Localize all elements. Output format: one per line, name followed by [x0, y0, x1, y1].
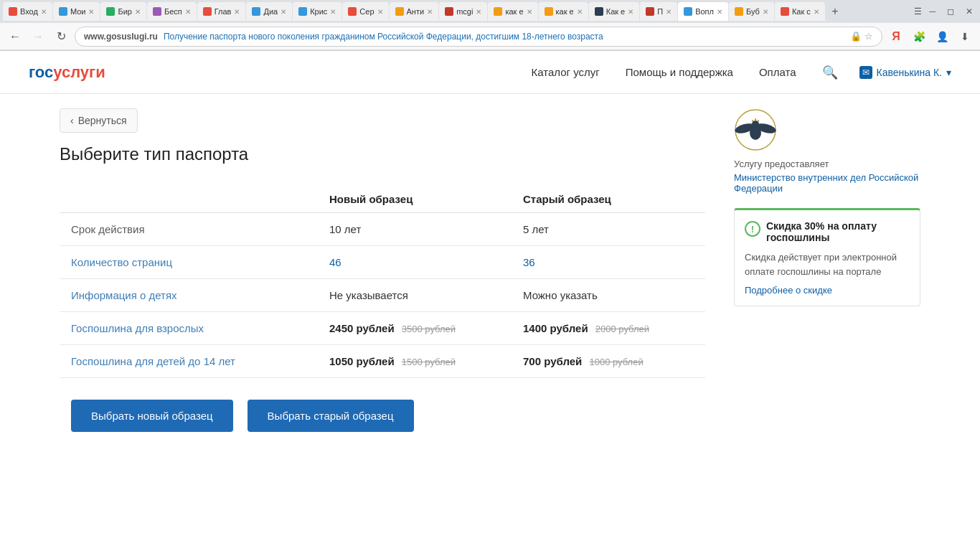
page-wrapper: госуслуги Каталог услуг Помощь и поддерж… [0, 51, 980, 551]
tab-close-14[interactable]: ✕ [717, 8, 722, 16]
tab-12[interactable]: Как е ✕ [589, 2, 640, 21]
toolbar-right: Я 🧩 👤 ⬇ [887, 27, 974, 46]
nav-payment[interactable]: Оплата [759, 66, 796, 78]
tab-16[interactable]: Как с ✕ [775, 2, 825, 21]
svg-rect-7 [758, 120, 759, 122]
tab-close-0[interactable]: ✕ [41, 8, 47, 16]
tab-close-7[interactable]: ✕ [377, 8, 383, 16]
table-row: Количество страниц 46 36 [60, 246, 705, 279]
address-bar[interactable]: www.gosuslugi.ru Получение паспорта ново… [75, 27, 882, 47]
tab-label-5: Диа [263, 7, 278, 16]
tab-label-16: Как с [792, 7, 811, 16]
tab-close-13[interactable]: ✕ [666, 8, 672, 16]
back-nav-button[interactable]: ← [6, 27, 24, 46]
tab-15[interactable]: Буб ✕ [729, 2, 774, 21]
tab-1[interactable]: Мои ✕ [53, 2, 100, 21]
row-label-pages: Количество страниц [60, 246, 318, 279]
tab-close-1[interactable]: ✕ [88, 8, 94, 16]
tab-10[interactable]: как е ✕ [488, 2, 537, 21]
tab-close-10[interactable]: ✕ [527, 8, 532, 16]
nav-help[interactable]: Помощь и поддержка [626, 66, 733, 78]
row-old-fee-adults: 1400 рублей 2000 рублей [512, 312, 705, 345]
reload-button[interactable]: ↻ [52, 27, 70, 46]
row-new-fee-adults: 2450 рублей 3500 рублей [318, 312, 512, 345]
discount-text: Скидка действует при электронной оплате … [745, 250, 910, 278]
old-price-adults-old: 2000 рублей [595, 324, 649, 334]
tab-close-5[interactable]: ✕ [281, 8, 286, 16]
tab-favicon-8 [395, 7, 404, 16]
tab-favicon-15 [735, 7, 743, 16]
tab-3[interactable]: Бесп ✕ [147, 2, 197, 21]
tab-favicon-4 [203, 7, 212, 16]
sidebar-org-link[interactable]: Министерство внутренних дел Российской Ф… [734, 172, 920, 194]
tab-favicon-14 [684, 7, 692, 16]
col-empty [60, 186, 318, 213]
tab-8[interactable]: Анти ✕ [390, 2, 439, 21]
tab-close-6[interactable]: ✕ [330, 8, 336, 16]
tab-13[interactable]: П ✕ [640, 2, 677, 21]
tab-14[interactable]: Вопл ✕ [678, 2, 728, 21]
forward-nav-button[interactable]: → [29, 27, 47, 46]
row-label-fee-adults: Госпошлина для взрослых [60, 312, 318, 345]
restore-button[interactable]: ◻ [943, 6, 958, 17]
discount-title: Скидка 30% на оплату госпошлины [766, 220, 910, 243]
tab-6[interactable]: Крис ✕ [293, 2, 341, 21]
back-arrow-icon: ‹ [70, 115, 74, 126]
discount-info-icon: ! [745, 221, 760, 237]
tab-9[interactable]: mcgi ✕ [439, 2, 487, 21]
select-new-button[interactable]: Выбрать новый образец [71, 400, 233, 432]
logo-uslugi: услуги [53, 63, 105, 81]
mvd-emblem-icon [734, 108, 777, 151]
back-button[interactable]: ‹ Вернуться [60, 108, 138, 133]
tab-0[interactable]: Вход ✕ [3, 2, 52, 21]
new-tab-button[interactable]: + [826, 2, 844, 21]
tab-label-14: Вопл [695, 7, 714, 16]
tab-label-15: Буб [746, 7, 760, 16]
tab-close-16[interactable]: ✕ [814, 8, 819, 16]
tab-favicon-6 [298, 7, 307, 16]
tab-close-11[interactable]: ✕ [577, 8, 583, 16]
header-user[interactable]: ✉ Кавенькина К. ▾ [859, 66, 951, 79]
tab-4[interactable]: Глав ✕ [197, 2, 246, 21]
tab-label-9: mcgi [456, 7, 473, 16]
tab-close-8[interactable]: ✕ [427, 8, 433, 16]
star-icon[interactable]: ☆ [864, 31, 873, 42]
tab-11[interactable]: как е ✕ [539, 2, 588, 21]
row-label-children: Информация о детях [60, 279, 318, 312]
profile-icon[interactable]: 👤 [933, 27, 951, 46]
new-price-adults-old: 3500 рублей [402, 324, 456, 334]
yandex-logo: Я [887, 27, 905, 46]
tab-close-2[interactable]: ✕ [135, 8, 141, 16]
new-price-children: 1050 рублей [329, 355, 395, 367]
tab-7[interactable]: Сер ✕ [342, 2, 388, 21]
search-icon[interactable]: 🔍 [822, 65, 838, 80]
row-new-pages: 46 [318, 246, 512, 279]
mail-icon: ✉ [859, 66, 872, 79]
minimize-button[interactable]: ─ [925, 6, 940, 17]
tab-close-9[interactable]: ✕ [476, 8, 481, 16]
tab-favicon-10 [494, 7, 502, 16]
table-row: Госпошлина для детей до 14 лет 1050 рубл… [60, 345, 705, 378]
tab-5[interactable]: Диа ✕ [246, 2, 292, 21]
nav-catalog[interactable]: Каталог услуг [531, 66, 599, 78]
site-logo[interactable]: госуслуги [29, 63, 105, 82]
row-old-fee-children: 700 рублей 1000 рублей [512, 345, 705, 378]
discount-link[interactable]: Подробнее о скидке [745, 285, 832, 296]
tab-label-7: Сер [359, 7, 374, 16]
row-new-fee-children: 1050 рублей 1500 рублей [318, 345, 512, 378]
tab-close-3[interactable]: ✕ [185, 8, 191, 16]
close-button[interactable]: ✕ [961, 6, 977, 17]
tab-close-12[interactable]: ✕ [628, 8, 633, 16]
row-old-children: Можно указать [512, 279, 705, 312]
extensions-icon[interactable]: 🧩 [910, 27, 928, 46]
download-icon[interactable]: ⬇ [956, 27, 974, 46]
old-price-children: 700 рублей [523, 355, 582, 367]
tab-label-6: Крис [310, 7, 327, 16]
tab-2[interactable]: Бир ✕ [100, 2, 146, 21]
menu-button[interactable]: ☰ [914, 6, 922, 17]
sidebar-provides-label: Услугу предоставляет [734, 159, 829, 169]
row-new-children: Не указывается [318, 279, 512, 312]
select-old-button[interactable]: Выбрать старый образец [248, 400, 414, 432]
tab-close-15[interactable]: ✕ [763, 8, 768, 16]
tab-close-4[interactable]: ✕ [234, 8, 240, 16]
